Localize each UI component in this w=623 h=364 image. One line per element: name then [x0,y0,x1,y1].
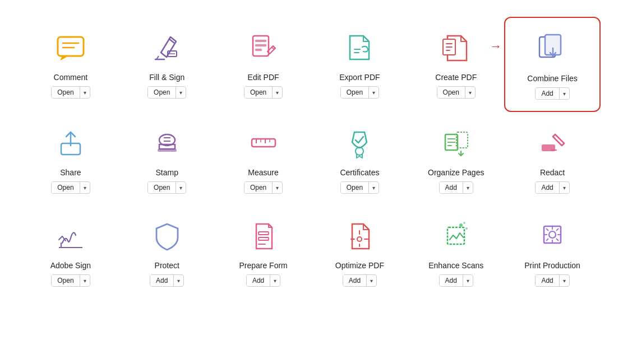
stamp-btn-group[interactable]: Open ▾ [147,181,186,194]
svg-rect-0 [58,37,84,56]
combine-files-btn-group[interactable]: Add ▾ [535,87,569,100]
enhance-scans-label: Enhance Scans [428,261,483,270]
tool-organize-pages: Organize Pages Add ▾ [408,112,504,205]
organize-pages-icon [436,123,476,162]
stamp-dropdown-btn[interactable]: ▾ [176,183,186,193]
tool-edit-pdf: Edit PDF Open ▾ [215,17,312,112]
comment-open-btn[interactable]: Open [52,87,80,98]
svg-rect-30 [252,139,275,147]
svg-point-52 [357,237,362,241]
combine-files-add-btn[interactable]: Add [536,88,559,99]
export-pdf-dropdown-btn[interactable]: ▾ [369,88,379,97]
export-pdf-open-btn[interactable]: Open [341,87,369,98]
create-pdf-dropdown-btn[interactable]: ▾ [465,88,475,97]
print-production-add-btn[interactable]: Add [536,275,559,286]
comment-btn-group[interactable]: Open ▾ [51,86,90,99]
svg-rect-11 [255,44,266,46]
organize-pages-dropdown-btn[interactable]: ▾ [463,183,473,193]
measure-btn-group[interactable]: Open ▾ [244,181,283,194]
tool-redact: Redact Add ▾ [504,112,601,205]
certificates-btn-group[interactable]: Open ▾ [340,181,379,194]
optimize-pdf-add-btn[interactable]: Add [343,275,367,286]
comment-dropdown-btn[interactable]: ▾ [80,88,90,97]
print-production-btn-group[interactable]: Add ▾ [535,274,569,287]
measure-label: Measure [248,168,278,177]
certificates-dropdown-btn[interactable]: ▾ [369,183,379,193]
redact-add-btn[interactable]: Add [536,182,559,193]
measure-icon [244,123,283,162]
tool-prepare-form: Prepare Form Add ▾ [215,205,312,298]
fill-sign-open-btn[interactable]: Open [148,87,176,98]
arrow-right-icon: → [490,39,502,54]
prepare-form-label: Prepare Form [239,261,287,270]
redact-btn-group[interactable]: Add ▾ [535,181,569,194]
create-pdf-btn-group[interactable]: Open ▾ [437,86,476,99]
tool-share: Share Open ▾ [22,112,119,205]
share-btn-group[interactable]: Open ▾ [51,181,90,194]
svg-rect-26 [159,144,175,149]
svg-line-70 [546,239,548,241]
adobe-sign-dropdown-btn[interactable]: ▾ [80,276,90,286]
edit-pdf-btn-group[interactable]: Open ▾ [244,86,283,99]
protect-dropdown-btn[interactable]: ▾ [174,276,183,286]
enhance-scans-add-btn[interactable]: Add [440,275,463,286]
prepare-form-add-btn[interactable]: Add [247,275,270,286]
prepare-form-btn-group[interactable]: Add ▾ [246,274,280,287]
redact-label: Redact [540,168,565,177]
tools-grid: Comment Open ▾ Fill & Sign Open ▾ [0,0,623,315]
adobe-sign-btn-group[interactable]: Open ▾ [51,274,90,287]
share-dropdown-btn[interactable]: ▾ [80,183,90,193]
combine-files-label: Combine Files [527,74,577,83]
protect-btn-group[interactable]: Add ▾ [150,274,184,287]
protect-add-btn[interactable]: Add [150,275,174,286]
print-production-label: Print Production [524,261,580,270]
svg-rect-49 [259,232,269,235]
fill-sign-label: Fill & Sign [149,73,184,82]
export-pdf-btn-group[interactable]: Open ▾ [340,86,379,99]
svg-point-58 [459,223,463,227]
redact-dropdown-btn[interactable]: ▾ [560,183,569,193]
fill-sign-dropdown-btn[interactable]: ▾ [176,88,186,97]
prepare-form-icon [244,216,283,255]
edit-pdf-open-btn[interactable]: Open [244,87,273,98]
fill-sign-btn-group[interactable]: Open ▾ [147,86,186,99]
share-open-btn[interactable]: Open [52,182,80,193]
adobe-sign-label: Adobe Sign [50,261,91,270]
svg-line-47 [59,236,62,240]
certificates-open-btn[interactable]: Open [341,182,369,193]
tool-print-production: Print Production Add ▾ [504,205,601,298]
tool-certificates: Certificates Open ▾ [311,112,408,205]
combine-files-icon [533,29,572,68]
svg-line-69 [556,228,559,231]
edit-pdf-icon [244,28,283,67]
certificates-icon [340,123,379,162]
fill-sign-icon [147,28,187,67]
print-production-dropdown-btn[interactable]: ▾ [560,276,569,286]
create-pdf-open-btn[interactable]: Open [437,87,465,98]
tool-create-pdf: Create PDF Open ▾ [408,17,504,112]
protect-icon [147,216,187,255]
svg-line-68 [556,239,559,241]
stamp-label: Stamp [156,168,178,177]
optimize-pdf-btn-group[interactable]: Add ▾ [343,274,377,287]
combine-files-dropdown-btn[interactable]: ▾ [560,89,569,99]
prepare-form-dropdown-btn[interactable]: ▾ [270,276,280,286]
tool-comment: Comment Open ▾ [22,17,119,112]
optimize-pdf-dropdown-btn[interactable]: ▾ [367,276,376,286]
tool-enhance-scans: Enhance Scans Add ▾ [408,205,504,298]
enhance-scans-dropdown-btn[interactable]: ▾ [463,276,473,286]
svg-rect-50 [259,237,269,240]
print-production-icon [533,216,572,255]
measure-dropdown-btn[interactable]: ▾ [273,183,282,193]
adobe-sign-icon [51,216,90,255]
tool-adobe-sign: Adobe Sign Open ▾ [22,205,119,298]
organize-pages-add-btn[interactable]: Add [440,182,463,193]
edit-pdf-dropdown-btn[interactable]: ▾ [273,88,282,97]
adobe-sign-open-btn[interactable]: Open [52,275,80,286]
stamp-open-btn[interactable]: Open [148,182,176,193]
redact-icon [533,123,572,162]
organize-pages-btn-group[interactable]: Add ▾ [439,181,473,194]
enhance-scans-btn-group[interactable]: Add ▾ [439,274,473,287]
tool-export-pdf: Export PDF Open ▾ [311,17,408,112]
measure-open-btn[interactable]: Open [244,182,273,193]
